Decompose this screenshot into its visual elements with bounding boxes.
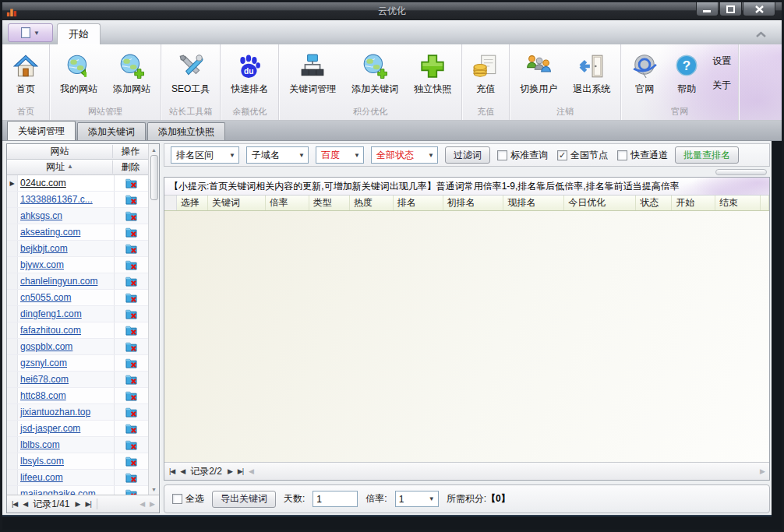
site-link[interactable]: bejkbjt.com bbox=[18, 243, 114, 254]
site-link[interactable]: jixiantuozhan.top bbox=[18, 407, 114, 417]
collapse-ribbon-chevron-icon[interactable] bbox=[756, 29, 766, 40]
site-row[interactable]: lbsyls.com bbox=[7, 453, 148, 470]
last-page-icon[interactable]: ▶| bbox=[238, 467, 243, 475]
days-input[interactable] bbox=[313, 491, 358, 507]
ribbon-button[interactable]: 独立快照 bbox=[406, 47, 459, 98]
next-page-icon[interactable]: ▶ bbox=[228, 467, 232, 475]
scrollbar-thumb[interactable] bbox=[150, 155, 158, 200]
site-row[interactable]: gospblx.com bbox=[7, 339, 148, 355]
site-link[interactable]: lifeeu.com bbox=[18, 472, 114, 483]
minimize-button[interactable] bbox=[696, 2, 719, 16]
site-row[interactable]: 13338861367.c... bbox=[7, 192, 148, 208]
delete-site-icon[interactable] bbox=[114, 421, 148, 436]
doc-tab-1[interactable]: 关键词管理 bbox=[7, 121, 76, 140]
column-header[interactable]: 类型 bbox=[309, 196, 350, 210]
delete-site-icon[interactable] bbox=[114, 273, 148, 289]
filter-dropdown[interactable]: 排名区间▼ bbox=[171, 146, 239, 164]
site-row[interactable]: jixiantuozhan.top bbox=[7, 404, 148, 421]
site-row[interactable]: cn5055.com bbox=[7, 290, 148, 306]
site-row[interactable]: chanlelingyun.com bbox=[7, 273, 148, 290]
site-row[interactable]: lifeeu.com bbox=[7, 470, 148, 486]
site-row[interactable]: hei678.com bbox=[7, 372, 148, 388]
close-button[interactable] bbox=[743, 2, 775, 16]
filter-checkbox[interactable]: 标准查询 bbox=[497, 149, 548, 162]
ribbon-button[interactable]: 首页 bbox=[5, 47, 47, 98]
site-row[interactable]: ahksgs.cn bbox=[7, 208, 148, 224]
column-header[interactable]: 开始 bbox=[672, 196, 715, 210]
maximize-button[interactable] bbox=[719, 2, 742, 16]
site-row[interactable]: jsd-jasper.com bbox=[7, 421, 148, 437]
scroll-right-icon[interactable]: ▶ bbox=[760, 467, 765, 475]
filter-words-button[interactable]: 过滤词 bbox=[445, 146, 490, 164]
site-link[interactable]: gospblx.com bbox=[18, 341, 114, 352]
site-row[interactable]: ▶024uc.com bbox=[7, 175, 148, 192]
ribbon-button[interactable]: 我的网站 bbox=[52, 47, 105, 98]
column-header[interactable]: 热度 bbox=[350, 196, 394, 210]
sidebar-scrollbar[interactable]: ▲ ▼ bbox=[148, 144, 159, 495]
scroll-down-icon[interactable]: ▼ bbox=[151, 484, 157, 495]
ribbon-button[interactable]: 添加网站 bbox=[105, 47, 158, 98]
delete-site-icon[interactable] bbox=[114, 290, 148, 305]
column-header[interactable]: 状态 bbox=[636, 196, 672, 210]
site-row[interactable]: httc88.com bbox=[7, 388, 148, 404]
site-link[interactable]: lblbs.com bbox=[18, 439, 114, 450]
scroll-left-icon[interactable]: ◀ bbox=[249, 467, 253, 475]
column-header[interactable]: 结束 bbox=[715, 196, 761, 210]
filter-dropdown[interactable]: 百度▼ bbox=[316, 146, 364, 164]
site-link[interactable]: 024uc.com bbox=[18, 178, 114, 188]
batch-rank-check-button[interactable]: 批量查排名 bbox=[675, 146, 739, 164]
rate-dropdown[interactable]: 1 ▼ bbox=[395, 491, 439, 507]
delete-site-icon[interactable] bbox=[114, 372, 148, 387]
column-header[interactable]: 排名 bbox=[394, 196, 443, 210]
doc-tab-2[interactable]: 添加关键词 bbox=[77, 122, 146, 140]
ribbon-button[interactable]: ?帮助 bbox=[666, 47, 708, 98]
site-link[interactable]: jsd-jasper.com bbox=[18, 423, 114, 434]
application-menu-button[interactable]: ▼ bbox=[8, 23, 53, 42]
prev-page-icon[interactable]: ◀ bbox=[180, 467, 185, 475]
first-page-icon[interactable]: |◀ bbox=[169, 467, 175, 475]
site-link[interactable]: hei678.com bbox=[18, 374, 114, 385]
delete-site-icon[interactable] bbox=[114, 453, 148, 469]
site-link[interactable]: akseating.com bbox=[18, 227, 114, 238]
column-header[interactable]: 今日优化 bbox=[564, 196, 636, 210]
sidebar-column-url[interactable]: 网址▲ bbox=[7, 160, 112, 174]
delete-site-icon[interactable] bbox=[114, 224, 148, 240]
first-page-icon[interactable]: |◀ bbox=[12, 500, 17, 508]
ribbon-small-button[interactable]: 设置 bbox=[712, 55, 731, 68]
site-row[interactable]: dingfeng1.com bbox=[7, 306, 148, 322]
site-link[interactable]: gzsnyl.com bbox=[18, 358, 114, 368]
site-link[interactable]: 13338861367.c... bbox=[18, 194, 114, 205]
delete-site-icon[interactable] bbox=[114, 192, 148, 207]
site-row[interactable]: gzsnyl.com bbox=[7, 355, 148, 372]
delete-site-icon[interactable] bbox=[114, 241, 148, 256]
ribbon-tab-start[interactable]: 开始 bbox=[57, 23, 101, 44]
site-link[interactable]: majiangbaike.com bbox=[18, 488, 114, 495]
prev-page-icon[interactable]: ◀ bbox=[23, 500, 27, 508]
delete-site-icon[interactable] bbox=[114, 257, 148, 273]
doc-tab-3[interactable]: 添加独立快照 bbox=[147, 122, 225, 140]
last-page-icon[interactable]: ▶| bbox=[85, 500, 90, 508]
site-row[interactable]: majiangbaike.com bbox=[7, 486, 148, 495]
export-keywords-button[interactable]: 导出关键词 bbox=[212, 491, 276, 508]
delete-site-icon[interactable] bbox=[114, 486, 148, 495]
ribbon-button[interactable]: 官网 bbox=[623, 47, 666, 98]
site-link[interactable]: lbsyls.com bbox=[18, 456, 114, 467]
filter-checkbox[interactable]: 快查通道 bbox=[617, 149, 668, 162]
filter-checkbox[interactable]: ✓全国节点 bbox=[557, 149, 608, 162]
delete-site-icon[interactable] bbox=[114, 470, 148, 485]
scroll-right-icon[interactable]: ▶ bbox=[150, 500, 154, 508]
site-link[interactable]: fafazhitou.com bbox=[18, 325, 114, 336]
site-link[interactable]: cn5055.com bbox=[18, 292, 114, 303]
site-link[interactable]: httc88.com bbox=[18, 390, 114, 401]
site-row[interactable]: lblbs.com bbox=[7, 437, 148, 453]
scroll-up-icon[interactable]: ▲ bbox=[151, 144, 157, 155]
column-header[interactable]: 关键词 bbox=[208, 196, 266, 210]
column-header[interactable]: 现排名 bbox=[503, 196, 564, 210]
site-link[interactable]: dingfeng1.com bbox=[18, 308, 114, 319]
site-link[interactable]: ahksgs.cn bbox=[18, 210, 114, 221]
ribbon-button[interactable]: SEO工具 bbox=[164, 47, 217, 98]
delete-site-icon[interactable] bbox=[114, 306, 148, 322]
ribbon-small-button[interactable]: 关于 bbox=[712, 79, 731, 92]
delete-site-icon[interactable] bbox=[114, 208, 148, 224]
site-row[interactable]: akseating.com bbox=[7, 224, 148, 241]
